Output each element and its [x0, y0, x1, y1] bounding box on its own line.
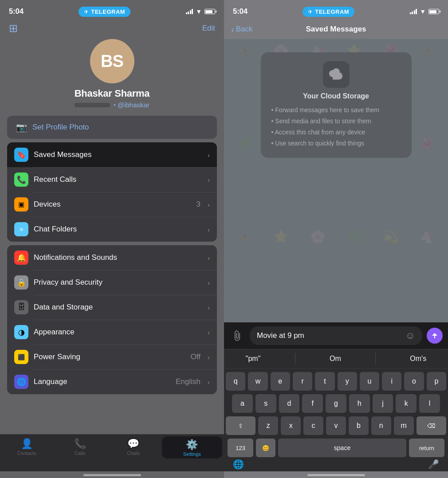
- chat-background: 🦋 🌸 🦄 ⭐ 🌺 🦋 🌿 🌸 💫 🌙 🦄 🌺 🦋 ⭐ 🌸 🌿 💫 🦄: [224, 39, 448, 322]
- appearance-icon: ◑: [14, 325, 28, 339]
- key-e[interactable]: e: [271, 372, 290, 391]
- set-profile-photo-button[interactable]: 📷 Set Profile Photo: [7, 116, 217, 139]
- menu-item-saved-messages[interactable]: 🔖 Saved Messages ›: [7, 142, 217, 167]
- battery-icon-right: [428, 9, 439, 14]
- chat-folders-icon: ≡: [14, 222, 28, 236]
- message-bar: Movie at 9 pm ☺: [224, 322, 448, 349]
- space-key[interactable]: space: [278, 439, 406, 457]
- data-storage-label: Data and Storage: [34, 303, 202, 312]
- cloud-bullet-3: • Access this chat from any device: [271, 127, 401, 138]
- back-button[interactable]: ‹ Back: [231, 24, 252, 35]
- cloud-bullet-4: • Use search to quickly find things: [271, 138, 401, 149]
- nav-title: Saved Messages: [306, 25, 366, 34]
- key-q[interactable]: q: [226, 372, 245, 391]
- key-j[interactable]: j: [373, 394, 393, 413]
- key-v[interactable]: v: [326, 416, 346, 435]
- left-status-center: ✈ TELEGRAM: [79, 7, 130, 17]
- key-w[interactable]: w: [248, 372, 267, 391]
- key-m[interactable]: m: [394, 416, 414, 435]
- menu-item-privacy[interactable]: 🔒 Privacy and Security ›: [7, 270, 217, 295]
- attach-button[interactable]: [229, 328, 245, 344]
- key-a[interactable]: a: [232, 394, 253, 413]
- microphone-key[interactable]: 🎤: [428, 459, 439, 470]
- recent-calls-label: Recent Calls: [34, 175, 202, 184]
- telegram-plane-icon-left: ✈: [84, 8, 89, 15]
- key-o[interactable]: o: [404, 372, 424, 391]
- notifications-label: Notifications and Sounds: [34, 253, 202, 262]
- kb-row-1: q w e r t y u i o p: [226, 372, 446, 391]
- key-f[interactable]: f: [302, 394, 323, 413]
- menu-item-power-saving[interactable]: ⬛ Power Saving Off ›: [7, 345, 217, 369]
- autocomplete-divider-1: [295, 353, 295, 364]
- tab-chats[interactable]: 💬 Chats: [107, 438, 160, 456]
- key-y[interactable]: y: [338, 372, 357, 391]
- key-l[interactable]: l: [419, 394, 440, 413]
- left-status-bar: 5:04 ✈ TELEGRAM ▼: [0, 0, 224, 20]
- telegram-plane-icon-right: ✈: [308, 8, 313, 15]
- nav-header: ‹ Back Saved Messages: [224, 20, 448, 39]
- key-t[interactable]: t: [315, 372, 334, 391]
- telegram-pill-label-right: TELEGRAM: [315, 8, 349, 15]
- key-s[interactable]: s: [255, 394, 276, 413]
- tab-contacts[interactable]: 👤 Contacts: [0, 438, 53, 456]
- autocomplete-pm[interactable]: "pm": [237, 355, 270, 363]
- key-i[interactable]: i: [382, 372, 401, 391]
- menu-item-language[interactable]: 🌐 Language English ›: [7, 369, 217, 394]
- autocomplete-oms[interactable]: Om's: [401, 355, 435, 363]
- left-home-indicator: [83, 474, 141, 476]
- menu-item-appearance[interactable]: ◑ Appearance ›: [7, 320, 217, 345]
- edit-button[interactable]: Edit: [202, 24, 215, 33]
- emoji-button[interactable]: ☺: [405, 330, 415, 341]
- globe-key[interactable]: 🌐: [233, 459, 244, 470]
- key-p[interactable]: p: [427, 372, 446, 391]
- shift-key[interactable]: ⇧: [226, 416, 255, 435]
- avatar[interactable]: BS: [90, 39, 134, 83]
- delete-key[interactable]: ⌫: [417, 416, 446, 435]
- right-home-indicator: [307, 474, 365, 476]
- menu-item-recent-calls[interactable]: 📞 Recent Calls ›: [7, 167, 217, 192]
- return-key[interactable]: return: [409, 439, 444, 457]
- tab-calls[interactable]: 📞 Calls: [53, 438, 106, 456]
- right-status-center: ✈ TELEGRAM: [303, 7, 354, 17]
- left-status-icons: ▼: [186, 8, 215, 15]
- chats-tab-label: Chats: [127, 451, 140, 456]
- cloud-storage-bullets: • Forward messages here to save them • S…: [271, 105, 401, 149]
- avatar-initials: BS: [101, 52, 123, 71]
- menu-item-data-storage[interactable]: 🗄 Data and Storage ›: [7, 295, 217, 320]
- menu-item-chat-folders[interactable]: ≡ Chat Folders ›: [7, 217, 217, 242]
- key-x[interactable]: x: [281, 416, 301, 435]
- key-d[interactable]: d: [279, 394, 300, 413]
- left-scroll-area[interactable]: ⊞ Edit BS Bhaskar Sharma ● @ibhaskar 📷 S…: [0, 20, 224, 434]
- cloud-storage-icon: [323, 61, 350, 88]
- key-z[interactable]: z: [258, 416, 278, 435]
- qr-icon[interactable]: ⊞: [9, 23, 18, 34]
- menu-item-notifications[interactable]: 🔔 Notifications and Sounds ›: [7, 245, 217, 270]
- emoji-keyboard-key[interactable]: 😊: [256, 439, 275, 457]
- menu-item-devices[interactable]: ▣ Devices 3 ›: [7, 192, 217, 217]
- key-r[interactable]: r: [293, 372, 312, 391]
- camera-icon: 📷: [16, 122, 27, 133]
- send-button[interactable]: [427, 328, 443, 344]
- tab-settings[interactable]: ⚙️ Settings: [162, 436, 222, 458]
- data-storage-chevron: ›: [208, 304, 210, 311]
- message-input[interactable]: Movie at 9 pm ☺: [250, 326, 422, 345]
- cloud-storage-title: Your Cloud Storage: [303, 92, 369, 100]
- cloud-storage-card: Your Cloud Storage • Forward messages he…: [261, 52, 412, 158]
- username-bullet: ●: [114, 103, 116, 107]
- key-k[interactable]: k: [396, 394, 417, 413]
- appearance-chevron: ›: [208, 329, 210, 336]
- key-c[interactable]: c: [303, 416, 323, 435]
- key-g[interactable]: g: [326, 394, 346, 413]
- autocomplete-om[interactable]: Om: [321, 355, 350, 363]
- privacy-label: Privacy and Security: [34, 278, 202, 287]
- key-h[interactable]: h: [349, 394, 370, 413]
- devices-chevron: ›: [208, 201, 210, 208]
- kb-row-3: ⇧ z x c v b n m ⌫: [226, 416, 446, 435]
- wifi-icon-right: ▼: [420, 8, 426, 15]
- username-bar: [75, 103, 110, 107]
- numbers-key[interactable]: 123: [228, 439, 253, 457]
- key-b[interactable]: b: [349, 416, 369, 435]
- notifications-chevron: ›: [208, 254, 210, 262]
- key-u[interactable]: u: [360, 372, 379, 391]
- key-n[interactable]: n: [371, 416, 391, 435]
